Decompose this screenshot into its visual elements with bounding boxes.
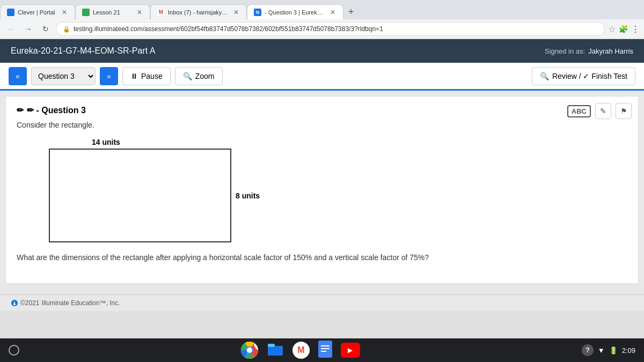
zoom-button[interactable]: 🔍 Zoom xyxy=(175,67,223,85)
rectangle-diagram xyxy=(49,149,231,242)
back-button[interactable]: ← xyxy=(4,22,18,36)
tab-question-close[interactable]: ✕ xyxy=(329,9,336,16)
address-bar[interactable]: 🔒 testing.illuminateed.com/assessment/60… xyxy=(56,22,605,36)
card-toolbar: ABC ✎ ⚑ xyxy=(567,103,632,119)
next-question-button[interactable]: » xyxy=(100,67,118,85)
refresh-button[interactable]: ↻ xyxy=(39,22,53,36)
taskbar-right: ? ▼ 🔋 2:09 xyxy=(582,344,635,356)
wifi-icon: ▼ xyxy=(598,346,605,354)
abc-label: ABC xyxy=(572,107,587,115)
tab-question-label: - Question 3 | Eureka-20-21-... xyxy=(265,9,326,16)
browser-chrome: Clever | Portal ✕ Lesson 21 ✕ M Inbox (7… xyxy=(0,0,644,39)
pause-label: Pause xyxy=(141,72,163,80)
dimension-top-label: 14 units xyxy=(92,138,120,146)
review-finish-button[interactable]: 🔍 Review / ✓ Finish Test xyxy=(532,67,635,85)
tab-bar: Clever | Portal ✕ Lesson 21 ✕ M Inbox (7… xyxy=(0,0,644,19)
taskbar-time: 2:09 xyxy=(622,346,635,354)
taskbar-circle-icon xyxy=(9,345,19,356)
lock-icon: 🔒 xyxy=(63,26,70,33)
new-tab-button[interactable]: + xyxy=(343,4,358,19)
extension-icon[interactable]: 🧩 xyxy=(619,25,628,33)
battery-icon: 🔋 xyxy=(609,346,618,354)
svg-rect-8 xyxy=(321,345,330,346)
tab-lesson-label: Lesson 21 xyxy=(93,9,133,16)
app-header: Eureka-20-21-G7-M4-EOM-SR-Part A Signed … xyxy=(0,39,644,63)
user-info: Signed in as: Jakyrah Harris xyxy=(545,47,633,55)
tab-question[interactable]: N - Question 3 | Eureka-20-21-... ✕ xyxy=(247,4,343,19)
clever-favicon xyxy=(7,9,14,16)
gmail-taskbar-icon[interactable]: M xyxy=(292,342,310,359)
forward-button[interactable]: → xyxy=(21,22,35,36)
browser-controls: ← → ↻ 🔒 testing.illuminateed.com/assessm… xyxy=(0,19,644,39)
tab-gmail-label: Inbox (7) - harrisjakyrah5@g... xyxy=(168,9,229,16)
footer: ©2021 Illuminate Education™, Inc. xyxy=(0,294,644,311)
tab-clever-close[interactable]: ✕ xyxy=(61,9,68,16)
svg-rect-5 xyxy=(268,346,283,356)
folder-icon-svg xyxy=(267,341,284,358)
edit-icon: ✎ xyxy=(600,107,606,115)
review-icon: 🔍 xyxy=(540,72,549,80)
toolbar: « Question 3 » ⏸ Pause 🔍 Zoom 🔍 Review /… xyxy=(0,63,644,91)
svg-rect-6 xyxy=(268,344,275,347)
url-text: testing.illuminateed.com/assessment/602b… xyxy=(74,25,383,33)
pause-button[interactable]: ⏸ Pause xyxy=(122,67,171,85)
tab-gmail-close[interactable]: ✕ xyxy=(232,9,240,16)
footer-company: Illuminate Education™, Inc. xyxy=(42,299,120,307)
zoom-label: Zoom xyxy=(195,72,215,80)
tab-clever-label: Clever | Portal xyxy=(18,9,57,16)
content-area: ABC ✎ ⚑ ✏ ✏ - Question 3 Consider the re… xyxy=(0,91,644,294)
flag-button[interactable]: ⚑ xyxy=(616,103,632,119)
flag-icon: ⚑ xyxy=(620,107,627,115)
docs-taskbar-icon[interactable] xyxy=(318,341,332,360)
zoom-icon: 🔍 xyxy=(183,72,192,80)
question-intro: Consider the rectangle. xyxy=(17,121,627,129)
illuminate-logo-icon xyxy=(11,299,18,307)
tab-lesson-close[interactable]: ✕ xyxy=(136,9,143,16)
chrome-icon-svg xyxy=(241,342,258,359)
footer-copyright: ©2021 xyxy=(20,299,40,307)
svg-rect-9 xyxy=(321,348,330,349)
app-title: Eureka-20-21-G7-M4-EOM-SR-Part A xyxy=(11,46,155,56)
gmail-favicon: M xyxy=(157,9,165,16)
taskbar-center: M ▶ xyxy=(241,341,360,360)
abc-button[interactable]: ABC xyxy=(567,105,591,117)
question-card: ABC ✎ ⚑ ✏ ✏ - Question 3 Consider the re… xyxy=(5,96,639,284)
chrome-taskbar-icon[interactable] xyxy=(241,342,258,359)
review-label: Review / ✓ Finish Test xyxy=(552,72,627,80)
files-taskbar-icon[interactable] xyxy=(267,341,284,360)
youtube-taskbar-icon[interactable]: ▶ xyxy=(341,343,360,358)
diagram-area: 14 units 8 units xyxy=(49,138,627,242)
user-name: Jakyrah Harris xyxy=(588,47,633,55)
docs-icon-svg xyxy=(318,341,332,358)
taskbar-left xyxy=(9,345,19,356)
tab-gmail[interactable]: M Inbox (7) - harrisjakyrah5@g... ✕ xyxy=(150,4,247,19)
toolbar-right: 🔍 Review / ✓ Finish Test xyxy=(532,67,635,85)
svg-point-4 xyxy=(247,348,252,353)
tab-lesson[interactable]: Lesson 21 ✕ xyxy=(75,4,150,19)
prev-arrow-icon: « xyxy=(16,72,20,80)
rect-row: 8 units xyxy=(49,149,260,242)
next-arrow-icon: » xyxy=(107,72,111,80)
gmail-letter: M xyxy=(297,345,304,355)
pencil-icon: ✏ xyxy=(17,105,24,115)
bookmark-icon[interactable]: ☆ xyxy=(608,24,616,34)
lesson-favicon xyxy=(82,9,90,16)
taskbar: M ▶ ? ▼ 🔋 2:09 xyxy=(0,338,644,362)
svg-rect-10 xyxy=(321,351,326,352)
question-favicon: N xyxy=(254,9,261,16)
signed-in-label: Signed in as: xyxy=(545,47,585,55)
toolbar-left: « Question 3 » ⏸ Pause 🔍 Zoom xyxy=(9,67,223,85)
edit-button[interactable]: ✎ xyxy=(595,103,611,119)
youtube-play-icon: ▶ xyxy=(348,346,353,354)
question-text: What are the dimensions of the rectangle… xyxy=(17,253,627,262)
help-icon[interactable]: ? xyxy=(582,344,594,356)
dimension-right-label: 8 units xyxy=(236,191,260,200)
pause-icon: ⏸ xyxy=(130,72,138,80)
prev-question-button[interactable]: « xyxy=(9,67,27,85)
tab-clever[interactable]: Clever | Portal ✕ xyxy=(0,4,75,19)
browser-menu-icon[interactable]: ⋮ xyxy=(631,24,640,34)
question-header: ✏ ✏ - Question 3 xyxy=(17,105,627,115)
question-select[interactable]: Question 3 xyxy=(31,67,96,85)
question-title: ✏ - Question 3 xyxy=(27,105,86,115)
